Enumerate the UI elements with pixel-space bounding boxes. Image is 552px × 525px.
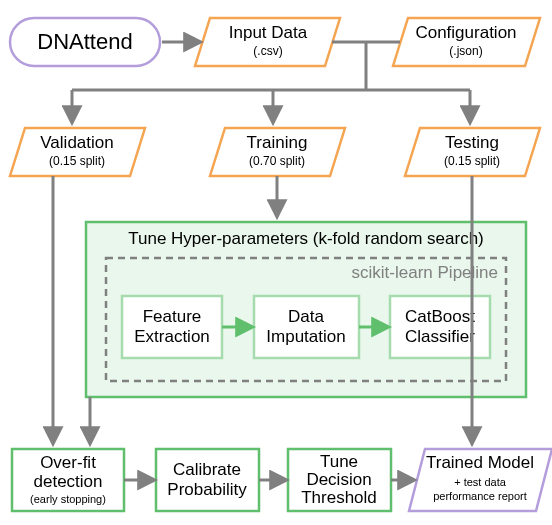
feature-l2: Extraction [134,327,210,346]
node-trained-model: Trained Model + test data performance re… [409,449,552,511]
hyperparams-title: Tune Hyper-parameters (k-fold random sea… [128,229,484,248]
input-data-sub: (.csv) [253,44,282,58]
node-tune-threshold: Tune Decision Threshold [288,449,391,511]
tune-l2: Decision [306,470,371,489]
catboost-l2: Classifier [405,327,475,346]
dnattend-label: DNAttend [37,29,132,54]
feature-l1: Feature [143,307,202,326]
imputation-l1: Data [288,307,324,326]
node-dnattend: DNAttend [10,18,160,66]
node-validation: Validation (0.15 split) [10,128,145,176]
trained-sub2: performance report [433,490,527,502]
configuration-label: Configuration [415,23,516,42]
input-data-label: Input Data [229,23,308,42]
testing-sub: (0.15 split) [444,154,500,168]
node-imputation: Data Imputation [254,296,359,358]
node-catboost: CatBoost Classifier [390,296,490,358]
tune-l3: Threshold [301,488,377,507]
pipeline-label: scikit-learn Pipeline [352,263,498,282]
node-configuration: Configuration (.json) [393,18,540,66]
calibrate-l1: Calibrate [173,460,241,479]
overfit-l2: detection [34,472,103,491]
trained-sub1: + test data [454,476,507,488]
tune-l1: Tune [320,452,358,471]
node-overfit: Over-fit detection (early stopping) [12,449,124,511]
training-label: Training [247,133,308,152]
overfit-l1: Over-fit [40,453,96,472]
flowchart: DNAttend Input Data (.csv) Configuration… [0,0,552,525]
validation-label: Validation [40,133,113,152]
training-sub: (0.70 split) [249,154,305,168]
catboost-l1: CatBoost [405,307,475,326]
node-calibrate: Calibrate Probability [156,449,259,511]
calibrate-l2: Probability [167,480,247,499]
configuration-sub: (.json) [449,44,482,58]
node-testing: Testing (0.15 split) [405,128,540,176]
testing-label: Testing [445,133,499,152]
node-feature: Feature Extraction [122,296,222,358]
validation-sub: (0.15 split) [49,154,105,168]
overfit-sub: (early stopping) [30,493,106,505]
imputation-l2: Imputation [266,327,345,346]
node-training: Training (0.70 split) [210,128,345,176]
node-input-data: Input Data (.csv) [195,18,340,66]
trained-l1: Trained Model [426,453,534,472]
